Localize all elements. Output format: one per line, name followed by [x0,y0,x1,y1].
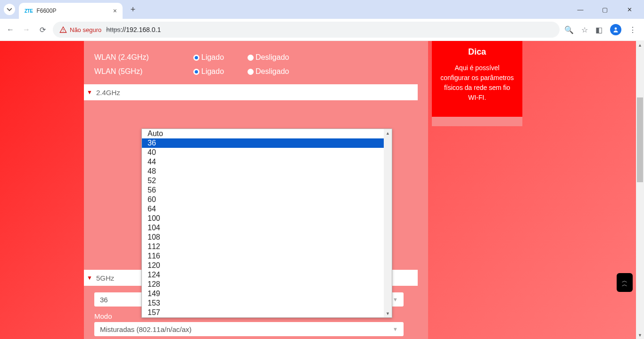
channel-value: 36 [100,296,108,304]
tip-body: Aqui é possível configurar os parâmetros… [440,63,514,103]
address-bar[interactable]: Não seguro https://192.168.0.1 [53,22,560,38]
chevron-down-icon [7,7,12,12]
tab-search-button[interactable] [4,4,15,15]
channel-dropdown[interactable]: Auto364044485256606410010410811211612012… [141,129,392,318]
chevron-down-icon: ▼ [87,274,92,281]
dropdown-option[interactable]: 52 [142,176,384,186]
tip-title: Dica [440,46,514,58]
dropdown-option[interactable]: 60 [142,195,384,204]
mode-value: Misturadas (802.11a/n/ac/ax) [100,325,191,333]
dropdown-option[interactable]: 116 [142,251,384,261]
zoom-icon[interactable]: 🔍 [564,25,574,34]
tip-card: Dica Aqui é possível configurar os parâm… [432,41,522,126]
chevron-up-icon: ︿ [622,282,627,286]
dropdown-option[interactable]: 48 [142,167,384,176]
profile-button[interactable] [610,24,621,35]
chevron-down-icon: ▼ [87,89,92,96]
dropdown-option[interactable]: 124 [142,270,384,280]
dropdown-option[interactable]: 120 [142,261,384,270]
wlan-5-label: WLAN (5GHz) [94,67,193,76]
window-controls: — ▢ ✕ [573,6,640,13]
scroll-up-icon[interactable]: ▲ [384,129,392,137]
wlan5-on-radio[interactable]: Ligado [193,67,224,76]
new-tab-button[interactable]: + [126,3,140,16]
dropdown-option[interactable]: 40 [142,148,384,157]
scroll-down-icon[interactable]: ▼ [636,331,644,339]
back-button[interactable]: ← [5,25,16,34]
url-text: https://192.168.0.1 [106,26,161,33]
scroll-up-icon[interactable]: ▲ [636,41,644,49]
kebab-menu-icon[interactable]: ⋮ [629,25,636,34]
warning-icon [59,26,67,33]
browser-tab-strip: ZTE F6600P × + — ▢ ✕ [0,0,644,19]
side-panel-icon[interactable]: ◧ [595,25,603,34]
forward-button[interactable]: → [21,25,32,34]
dropdown-option[interactable]: 108 [142,233,384,242]
tab-favicon: ZTE [25,8,33,14]
toolbar-icons: 🔍 ☆ ◧ ⋮ [564,24,639,35]
section-24ghz[interactable]: ▼ 2.4GHz [84,84,418,100]
insecure-label: Não seguro [70,26,101,33]
wlan-24-label: WLAN (2.4GHz) [94,53,193,62]
minimize-button[interactable]: — [573,6,587,13]
svg-point-1 [63,31,63,32]
maximize-button[interactable]: ▢ [598,6,612,13]
dropdown-option[interactable]: 149 [142,289,384,299]
scroll-down-icon[interactable]: ▼ [384,309,392,317]
dropdown-option[interactable]: 104 [142,223,384,233]
dropdown-scrollbar[interactable]: ▲ ▼ [384,129,392,317]
dropdown-option[interactable]: 128 [142,280,384,289]
dropdown-option[interactable]: 157 [142,308,384,317]
wlan-5-row: WLAN (5GHz) Ligado Desligado [84,65,428,79]
browser-tab[interactable]: ZTE F6600P × [19,3,123,19]
wlan24-off-radio[interactable]: Desligado [248,53,289,62]
tab-title: F6600P [36,8,109,14]
wlan24-on-radio[interactable]: Ligado [193,53,224,62]
dropdown-option[interactable]: Auto [142,129,384,138]
page-viewport: WLAN (2.4GHz) Ligado Desligado WLAN (5GH… [0,41,644,339]
scrollbar-thumb[interactable] [637,97,643,182]
user-icon [612,26,619,33]
dropdown-option[interactable]: 64 [142,204,384,214]
reload-button[interactable]: ⟳ [37,25,48,34]
bandwidth-label: Largura da Banda [84,336,428,339]
left-gutter [0,41,84,339]
dropdown-option[interactable]: 56 [142,186,384,195]
security-indicator[interactable]: Não seguro [59,26,101,33]
dropdown-option[interactable]: 36 [142,138,384,148]
svg-point-2 [615,27,617,30]
dropdown-option[interactable]: 44 [142,157,384,167]
chevron-down-icon: ▼ [393,326,398,332]
dropdown-option[interactable]: 153 [142,299,384,308]
bookmark-icon[interactable]: ☆ [581,25,588,34]
page-scrollbar[interactable]: ▲ ▼ [636,41,644,339]
close-window-button[interactable]: ✕ [622,6,636,13]
close-icon[interactable]: × [113,7,117,15]
browser-toolbar: ← → ⟳ Não seguro https://192.168.0.1 🔍 ☆… [0,19,644,41]
dropdown-option[interactable]: 100 [142,214,384,223]
dropdown-option[interactable]: 112 [142,242,384,251]
scroll-top-button[interactable]: ︿ ︿ [617,273,633,292]
chevron-down-icon: ▼ [393,297,398,302]
wlan5-off-radio[interactable]: Desligado [248,67,289,76]
wlan-24-row: WLAN (2.4GHz) Ligado Desligado [84,50,428,65]
mode-select[interactable]: Misturadas (802.11a/n/ac/ax) ▼ [94,322,404,336]
